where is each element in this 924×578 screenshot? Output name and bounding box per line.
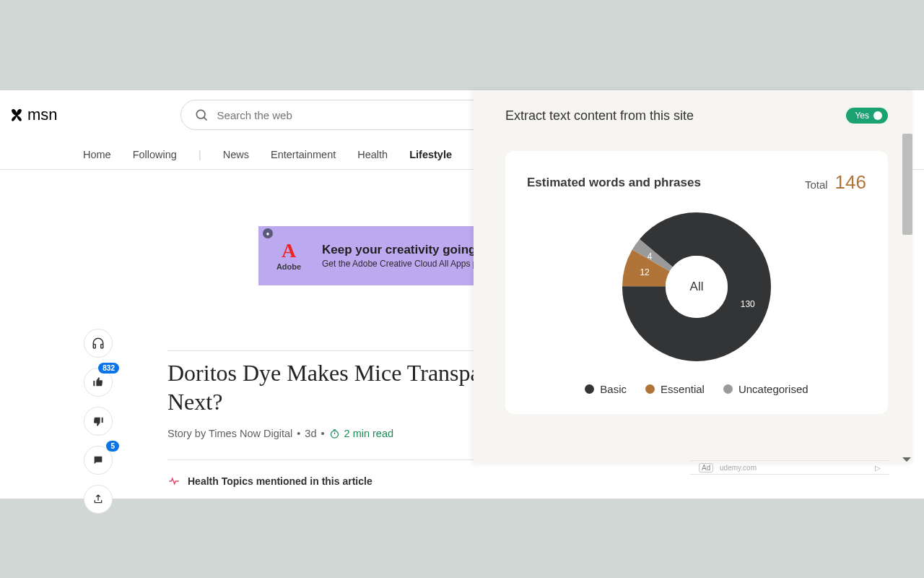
svg-rect-2	[93, 345, 95, 348]
total-value: 146	[835, 171, 866, 194]
legend: Basic Essential Uncategorised	[527, 383, 866, 395]
nav-news[interactable]: News	[223, 149, 249, 160]
legend-uncategorised[interactable]: Uncategorised	[723, 383, 808, 395]
nav-home[interactable]: Home	[83, 149, 111, 160]
nav-lifestyle[interactable]: Lifestyle	[409, 149, 452, 160]
panel-dropdown-icon[interactable]	[902, 457, 911, 462]
panel-title: Extract text content from this site	[505, 108, 694, 124]
thumbs-up-icon	[92, 376, 104, 388]
swatch-uncat	[723, 384, 733, 394]
thumbs-down-icon	[92, 415, 104, 427]
svg-line-1	[204, 117, 206, 120]
swatch-bas5	[585, 384, 594, 394]
health-topics-section: Health Topics mentioned in this article	[167, 460, 658, 488]
butterfly-icon	[9, 107, 25, 123]
panel-header: Extract text content from this site Yes	[505, 108, 888, 124]
extract-toggle[interactable]: Yes	[846, 108, 888, 124]
ad-arrow-icon[interactable]: ▷	[875, 464, 881, 472]
ad-source: udemy.com	[720, 464, 757, 472]
byline-age: 3d	[305, 428, 316, 439]
comment-count-badge: 5	[106, 441, 119, 452]
like-button[interactable]: 832	[84, 368, 113, 397]
legend-label-basic: Basic	[600, 383, 627, 395]
action-rail: 832 5	[84, 329, 113, 514]
adobe-brand-text: Adobe	[276, 262, 301, 271]
donut-slice-label-basic: 130	[741, 299, 755, 309]
search-icon	[194, 108, 209, 122]
ad-headline: Keep your creativity going w	[322, 243, 489, 257]
headphones-icon	[92, 337, 105, 350]
health-topics-label: Health Topics mentioned in this article	[188, 475, 372, 487]
nav-health[interactable]: Health	[357, 149, 388, 160]
ad-copy: Keep your creativity going w Get the Ado…	[322, 243, 489, 269]
adobe-logo: A Adobe	[269, 236, 309, 276]
byline-author: Story by Times Now Digital	[167, 428, 292, 439]
share-icon	[92, 493, 104, 505]
comment-icon	[92, 454, 104, 466]
toggle-label: Yes	[855, 111, 869, 121]
timer-icon	[329, 428, 340, 439]
legend-basic[interactable]: Basic	[585, 383, 627, 395]
card-header: Estimated words and phrases Total 146	[527, 171, 866, 194]
legend-label-uncategorised: Uncategorised	[738, 383, 808, 395]
nav-separator: |	[199, 149, 201, 160]
donut-center-label: All	[690, 280, 704, 294]
donut-chart: All 124130	[527, 211, 866, 363]
ad-tag: Ad	[699, 463, 713, 473]
extension-panel: Extract text content from this site Yes …	[474, 90, 912, 463]
share-button[interactable]	[84, 485, 113, 514]
logo-text: msn	[27, 105, 58, 124]
words-card: Estimated words and phrases Total 146 Al…	[505, 151, 888, 414]
nav-following[interactable]: Following	[133, 149, 177, 160]
donut-slice-label-uncategorised: 4	[648, 251, 653, 262]
adobe-glyph: A	[282, 241, 296, 261]
dislike-button[interactable]	[84, 407, 113, 436]
total-label: Total	[805, 178, 828, 191]
heartbeat-icon	[167, 475, 180, 488]
msn-logo[interactable]: msn	[9, 105, 58, 124]
nav-entertainment[interactable]: Entertainment	[271, 149, 336, 160]
toggle-knob	[873, 111, 882, 120]
legend-essential[interactable]: Essential	[645, 383, 705, 395]
ad-privacy-icon[interactable]: ●	[263, 228, 273, 238]
donut-slice-label-essential: 12	[640, 267, 649, 277]
svg-point-0	[196, 110, 205, 118]
sidebar-ad-footer[interactable]: Ad udemy.com ▷	[690, 460, 889, 475]
legend-label-essential: Essential	[661, 383, 705, 395]
like-count-badge: 832	[98, 363, 119, 374]
total-wrap: Total 146	[805, 171, 866, 194]
card-title: Estimated words and phrases	[527, 176, 701, 190]
svg-rect-3	[101, 345, 103, 348]
comment-button[interactable]: 5	[84, 446, 113, 475]
swatch-essential	[645, 384, 655, 394]
panel-scrollbar[interactable]	[902, 134, 912, 235]
ad-sub: Get the Adobe Creative Cloud All Apps pl	[322, 259, 489, 269]
listen-button[interactable]	[84, 329, 113, 358]
read-time: 2 min read	[344, 428, 394, 439]
